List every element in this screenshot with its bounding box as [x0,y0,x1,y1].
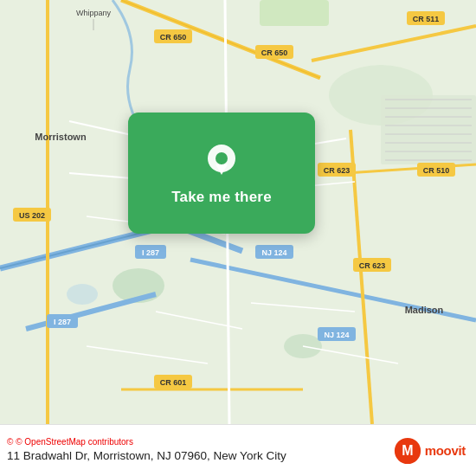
svg-text:CR 650: CR 650 [160,33,187,42]
svg-text:Whippany: Whippany [76,9,112,17]
svg-rect-4 [260,0,329,26]
svg-text:CR 511: CR 511 [413,15,440,23]
bottom-bar: © © OpenStreetMap contributors 11 Bradwa… [0,424,476,476]
svg-text:M: M [402,443,413,458]
address-section: © © OpenStreetMap contributors 11 Bradwa… [7,437,394,464]
map-pin [201,140,242,182]
svg-text:CR 623: CR 623 [359,261,386,270]
svg-point-65 [215,152,228,164]
svg-rect-6 [381,95,476,164]
map-container: CR 511 CR 650 CR 650 Morristown CR 623 C… [0,0,476,424]
svg-text:Morristown: Morristown [35,132,87,142]
svg-text:I 287: I 287 [142,248,159,257]
svg-text:NJ 124: NJ 124 [324,331,349,339]
svg-text:NJ 124: NJ 124 [261,248,286,257]
address-text: 11 Bradwahl Dr, Morristown, NJ 07960, Ne… [7,448,394,464]
svg-text:US 202: US 202 [19,211,45,220]
moovit-label: moovit [425,444,466,457]
take-me-there-button[interactable]: Take me there [164,189,279,206]
svg-text:CR 601: CR 601 [160,378,187,387]
moovit-icon: M [394,437,421,465]
svg-text:CR 623: CR 623 [324,166,351,175]
svg-point-2 [67,284,98,305]
svg-text:CR 650: CR 650 [261,48,288,57]
osm-credit: © © OpenStreetMap contributors [7,437,394,447]
svg-text:CR 510: CR 510 [423,166,450,175]
moovit-text-block: moovit [425,444,466,457]
card-overlay[interactable]: Take me there [128,113,315,234]
svg-text:I 287: I 287 [54,318,71,326]
svg-text:Madison: Madison [405,305,444,315]
moovit-logo[interactable]: M moovit [394,437,466,465]
